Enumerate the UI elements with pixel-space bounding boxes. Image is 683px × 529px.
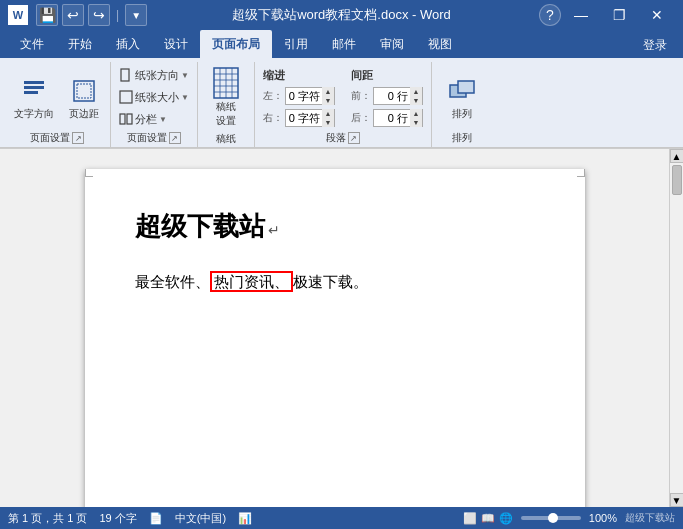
svg-rect-4 <box>77 84 91 98</box>
draft-footer-wrap: 稿纸 <box>204 132 248 148</box>
title-text: 超级下载站word教程文档.docx - Word <box>175 6 509 24</box>
indent-left-up[interactable]: ▲ <box>322 87 334 96</box>
paper-expand[interactable]: ↗ <box>169 132 181 144</box>
margins-button[interactable]: 页边距 <box>62 71 106 125</box>
page-corner-tr <box>577 169 585 177</box>
zoom-level: 100% <box>589 512 617 524</box>
page-count: 第 1 页，共 1 页 <box>8 511 87 526</box>
web-view-icon[interactable]: 🌐 <box>499 512 513 525</box>
help-button[interactable]: ? <box>539 4 561 26</box>
svg-rect-2 <box>24 91 38 94</box>
spacing-after-input-wrap: ▲ ▼ <box>373 109 423 127</box>
doc-title-area: 超级下载站 ↵ <box>135 209 535 244</box>
indent-left-down[interactable]: ▼ <box>322 96 334 105</box>
indent-right-down[interactable]: ▼ <box>322 118 334 127</box>
page-setup-expand[interactable]: ↗ <box>72 132 84 144</box>
paragraph-footer-wrap: 段落 ↗ <box>263 131 423 147</box>
scroll-down-arrow[interactable]: ▼ <box>670 493 684 507</box>
tab-page-layout[interactable]: 页面布局 <box>200 30 272 58</box>
body-prefix: 最全软件、 <box>135 273 210 290</box>
minimize-button[interactable]: — <box>563 0 599 30</box>
columns-icon <box>119 112 133 128</box>
papersize-label: 纸张大小 <box>135 90 179 105</box>
indent-left-input-wrap: ▲ ▼ <box>285 87 335 105</box>
indent-right-label: 右： <box>263 111 281 125</box>
columns-button[interactable]: 分栏 ▼ <box>115 110 193 130</box>
tab-review[interactable]: 审阅 <box>368 30 416 58</box>
paper-setup-label: 页面设置 <box>127 131 167 145</box>
page-corner-tl <box>85 169 93 177</box>
draft-paper-content: 稿纸 设置 <box>204 64 248 132</box>
body-highlight: 热门资讯、 <box>210 271 293 292</box>
text-direction-button[interactable]: 文字方向 <box>8 71 60 125</box>
draft-label: 稿纸 <box>216 132 236 146</box>
close-button[interactable]: ✕ <box>639 0 675 30</box>
spacing-after-input[interactable] <box>374 112 410 124</box>
doc-body: 最全软件、热门资讯、极速下载。 <box>135 268 535 295</box>
spacing-after-down[interactable]: ▼ <box>410 118 422 127</box>
orientation-arrow: ▼ <box>181 71 189 80</box>
word-logo: W <box>8 5 28 25</box>
scroll-thumb[interactable] <box>672 165 682 195</box>
spacing-before-up[interactable]: ▲ <box>410 87 422 96</box>
arrange-group: 排列 排列 <box>432 62 492 147</box>
paragraph-label: 段落 <box>326 131 346 145</box>
arrange-content: 排列 <box>440 64 484 131</box>
papersize-button[interactable]: 纸张大小 ▼ <box>115 88 193 108</box>
draft-paper-button[interactable]: 稿纸 设置 <box>204 64 248 132</box>
text-direction-content: 文字方向 页边距 <box>8 64 106 131</box>
document-page: 超级下载站 ↵ 最全软件、热门资讯、极速下载。 <box>85 169 585 507</box>
tab-references[interactable]: 引用 <box>272 30 320 58</box>
tab-view[interactable]: 视图 <box>416 30 464 58</box>
doc-scroll-area[interactable]: 超级下载站 ↵ 最全软件、热门资讯、极速下载。 <box>0 149 669 507</box>
indent-right-spin: ▲ ▼ <box>322 109 334 127</box>
indent-right-input-wrap: ▲ ▼ <box>285 109 335 127</box>
read-view-icon[interactable]: 📖 <box>481 512 495 525</box>
arrange-footer-label: 排列 <box>452 131 472 145</box>
spacing-after-up[interactable]: ▲ <box>410 109 422 118</box>
redo-button[interactable]: ↪ <box>88 4 110 26</box>
text-direction-label: 文字方向 <box>14 107 54 121</box>
ribbon-tabs: 文件 开始 插入 设计 页面布局 引用 邮件 审阅 视图 登录 <box>0 30 683 58</box>
zoom-slider[interactable] <box>521 516 581 520</box>
scroll-up-arrow[interactable]: ▲ <box>670 149 684 163</box>
spacing-label: 间距 <box>351 68 423 83</box>
customize-button[interactable]: ▼ <box>125 4 147 26</box>
vertical-scrollbar: ▲ ▼ <box>669 149 683 507</box>
draft-paper-label: 稿纸 设置 <box>216 100 236 128</box>
spacing-before-input[interactable] <box>374 90 410 102</box>
draft-paper-icon <box>210 68 242 100</box>
tab-file[interactable]: 文件 <box>8 30 56 58</box>
columns-arrow: ▼ <box>159 115 167 124</box>
orientation-button[interactable]: 纸张方向 ▼ <box>115 66 193 86</box>
tab-home[interactable]: 开始 <box>56 30 104 58</box>
indent-spacing-content: 缩进 左： ▲ ▼ 右： <box>263 64 423 131</box>
page-setup-footer: 页面设置 ↗ <box>8 131 106 147</box>
doc-wrapper: 超级下载站 ↵ 最全软件、热门资讯、极速下载。 ▲ ▼ <box>0 149 683 507</box>
arrange-button[interactable]: 排列 <box>440 71 484 125</box>
indent-left-input[interactable] <box>286 90 322 102</box>
paragraph-mark: ↵ <box>268 222 280 238</box>
save-button[interactable]: 💾 <box>36 4 58 26</box>
papersize-icon <box>119 90 133 106</box>
undo-button[interactable]: ↩ <box>62 4 84 26</box>
tab-mailings[interactable]: 邮件 <box>320 30 368 58</box>
tab-design[interactable]: 设计 <box>152 30 200 58</box>
title-bar: W 💾 ↩ ↪ | ▼ 超级下载站word教程文档.docx - Word ? … <box>0 0 683 30</box>
paragraph-expand[interactable]: ↗ <box>348 132 360 144</box>
indent-right-input[interactable] <box>286 112 322 124</box>
svg-rect-6 <box>120 91 132 103</box>
arrange-label: 排列 <box>452 107 472 121</box>
indent-right-up[interactable]: ▲ <box>322 109 334 118</box>
ribbon: 文字方向 页边距 页面设置 ↗ 纸张方 <box>0 58 683 148</box>
login-button[interactable]: 登录 <box>635 33 675 58</box>
spacing-before-down[interactable]: ▼ <box>410 96 422 105</box>
svg-rect-5 <box>121 69 129 81</box>
svg-rect-0 <box>24 81 44 84</box>
print-view-icon[interactable]: ⬜ <box>463 512 477 525</box>
tab-insert[interactable]: 插入 <box>104 30 152 58</box>
spacing-subgroup: 间距 前： ▲ ▼ 后： <box>351 64 423 131</box>
papersize-arrow: ▼ <box>181 93 189 102</box>
restore-button[interactable]: ❐ <box>601 0 637 30</box>
spacing-after-row: 后： ▲ ▼ <box>351 109 423 127</box>
